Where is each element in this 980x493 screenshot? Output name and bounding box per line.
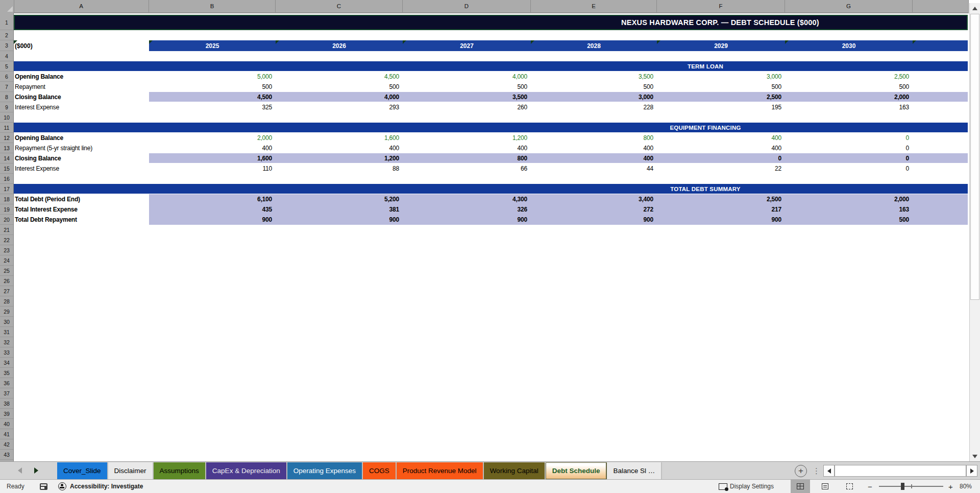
row-header-12[interactable]: 12 — [0, 133, 13, 143]
cell-value[interactable]: 500 — [518, 82, 527, 92]
sheet-tab-debt-schedule[interactable]: Debt Schedule — [546, 462, 607, 479]
row-header-16[interactable]: 16 — [0, 174, 13, 184]
row-header-5[interactable]: 5 — [0, 61, 13, 72]
cell-value[interactable]: 3,000 — [767, 72, 781, 82]
year-header-2029[interactable]: 2029 — [657, 40, 785, 51]
accessibility-checker-button[interactable] — [58, 480, 66, 493]
cell-value[interactable]: 400 — [772, 133, 781, 143]
sheet-tab-assumptions[interactable]: Assumptions — [154, 462, 206, 479]
cell-value[interactable]: 400 — [644, 153, 653, 163]
cell-value[interactable]: 4,500 — [257, 92, 272, 102]
row-header-10[interactable]: 10 — [0, 112, 13, 123]
sheet-tab-disclaimer[interactable]: Disclaimer — [108, 462, 154, 479]
column-header-C[interactable]: C — [276, 0, 403, 12]
row-header-8[interactable]: 8 — [0, 92, 13, 102]
row-header-21[interactable]: 21 — [0, 225, 13, 235]
row-header-20[interactable]: 20 — [0, 215, 13, 225]
unit-label-cell[interactable]: ($000) — [15, 40, 33, 51]
row-header-11[interactable]: 11 — [0, 123, 13, 133]
vertical-scrollbar[interactable] — [969, 3, 980, 461]
cell-value[interactable]: 435 — [262, 204, 272, 215]
row-label[interactable]: Total Debt (Period End) — [15, 194, 80, 204]
cell-value[interactable]: 272 — [644, 204, 653, 215]
row-header-15[interactable]: 15 — [0, 163, 13, 174]
cell-value[interactable]: 22 — [775, 163, 781, 174]
cell-value[interactable]: 228 — [644, 102, 653, 112]
column-header-A[interactable]: A — [14, 0, 149, 12]
row-header-18[interactable]: 18 — [0, 194, 13, 204]
row-header-41[interactable]: 41 — [0, 429, 13, 439]
cell-value[interactable]: 163 — [899, 102, 909, 112]
cell-value[interactable]: 88 — [393, 163, 399, 174]
row-label[interactable]: Interest Expense — [15, 163, 59, 174]
accessibility-status[interactable]: Accessibility: Investigate — [70, 480, 143, 493]
cell-value[interactable]: 500 — [899, 82, 909, 92]
zoom-level[interactable]: 80% — [960, 480, 972, 493]
cell-value[interactable]: 900 — [518, 215, 527, 225]
cell-value[interactable]: 900 — [772, 215, 781, 225]
cell-value[interactable]: 400 — [518, 143, 527, 153]
cell-value[interactable]: 500 — [389, 82, 399, 92]
cell-value[interactable]: 3,400 — [639, 194, 653, 204]
row-header-4[interactable]: 4 — [0, 51, 13, 61]
cell-value[interactable]: 217 — [772, 204, 781, 215]
year-header-2030[interactable]: 2030 — [785, 40, 913, 51]
cell-value[interactable]: 195 — [772, 102, 781, 112]
row-header-1[interactable]: 1 — [0, 15, 13, 30]
sheet-tab-operating-expenses[interactable]: Operating Expenses — [287, 462, 363, 479]
cell-value[interactable]: 1,200 — [384, 153, 399, 163]
column-header-partial[interactable] — [913, 0, 969, 12]
cell-value[interactable]: 900 — [262, 215, 272, 225]
sheet-tab-cover-slide[interactable]: Cover_Slide — [57, 462, 108, 479]
cell-value[interactable]: 400 — [772, 143, 781, 153]
cell-value[interactable]: 500 — [899, 215, 909, 225]
row-header-25[interactable]: 25 — [0, 266, 13, 276]
row-header-14[interactable]: 14 — [0, 153, 13, 163]
zoom-in-button[interactable]: + — [948, 480, 953, 493]
cell-value[interactable]: 5,200 — [384, 194, 399, 204]
cell-value[interactable]: 4,000 — [384, 92, 399, 102]
cell-value[interactable]: 110 — [262, 163, 272, 174]
tab-scroll-right-button[interactable] — [32, 466, 41, 475]
cell-value[interactable]: 326 — [518, 204, 527, 215]
sheet-tab-balance-sl[interactable]: Balance Sl … — [607, 462, 662, 479]
row-header-17[interactable]: 17 — [0, 184, 13, 194]
row-label[interactable]: Closing Balance — [15, 153, 61, 163]
row-header-34[interactable]: 34 — [0, 358, 13, 368]
year-header-2028[interactable]: 2028 — [531, 40, 657, 51]
cell-value[interactable]: 1,600 — [384, 133, 399, 143]
row-header-2[interactable]: 2 — [0, 30, 13, 40]
cell-value[interactable]: 2,000 — [894, 92, 909, 102]
cell-value[interactable]: 2,000 — [257, 133, 272, 143]
row-header-36[interactable]: 36 — [0, 378, 13, 388]
sheet-tab-working-capital[interactable]: Working Capital — [484, 462, 546, 479]
cell-value[interactable]: 800 — [518, 153, 527, 163]
row-label[interactable]: Repayment — [15, 82, 45, 92]
cell-value[interactable]: 0 — [906, 133, 909, 143]
cell-value[interactable]: 400 — [644, 143, 653, 153]
cell-value[interactable]: 900 — [389, 215, 399, 225]
cell-value[interactable]: 500 — [262, 82, 272, 92]
row-header-3[interactable]: 3 — [0, 40, 13, 51]
cell-value[interactable]: 500 — [772, 82, 781, 92]
select-all-corner[interactable] — [0, 0, 14, 13]
cell-value[interactable]: 800 — [644, 133, 653, 143]
sheet-tab-cogs[interactable]: COGS — [363, 462, 397, 479]
column-header-F[interactable]: F — [657, 0, 785, 12]
cell-value[interactable]: 260 — [518, 102, 527, 112]
cell-value[interactable]: 0 — [906, 143, 909, 153]
row-header-30[interactable]: 30 — [0, 317, 13, 327]
sheet-tab-product-revenue-model[interactable]: Product Revenue Model — [397, 462, 484, 479]
hscroll-right-button[interactable] — [966, 465, 977, 477]
page-layout-view-button[interactable] — [815, 480, 835, 493]
cell-value[interactable]: 2,500 — [767, 194, 781, 204]
row-header-29[interactable]: 29 — [0, 307, 13, 317]
cell-value[interactable]: 2,500 — [767, 92, 781, 102]
row-label[interactable]: Total Interest Expense — [15, 204, 78, 215]
row-header-42[interactable]: 42 — [0, 439, 13, 450]
cell-value[interactable]: 2,500 — [894, 72, 909, 82]
zoom-slider[interactable] — [879, 480, 943, 493]
column-header-G[interactable]: G — [785, 0, 913, 12]
cell-value[interactable]: 1,200 — [512, 133, 527, 143]
column-header-E[interactable]: E — [531, 0, 657, 12]
